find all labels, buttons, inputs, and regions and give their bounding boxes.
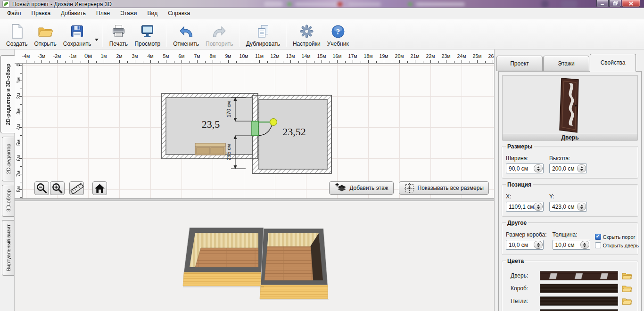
view-tab-3[interactable]: Виртуальный визит bbox=[2, 220, 14, 276]
spin-up-icon[interactable] bbox=[537, 166, 540, 168]
toolbar-button-new-document[interactable]: Создать bbox=[3, 21, 31, 48]
color-swatch-2[interactable] bbox=[540, 296, 618, 306]
spin-down-icon[interactable] bbox=[537, 246, 540, 247]
spin-down-icon[interactable] bbox=[537, 207, 540, 209]
view-tab-label: 2D-редактор bbox=[6, 144, 11, 174]
menu-item-3[interactable]: План bbox=[91, 8, 115, 19]
toolbar-button-redo[interactable]: Повторить bbox=[202, 21, 237, 48]
color-swatch-1[interactable] bbox=[540, 284, 618, 293]
door-selected[interactable] bbox=[252, 121, 258, 136]
toolbar-button-undo[interactable]: Отменить bbox=[170, 21, 202, 48]
group-position: ПозицияX:1109,1 смY:423,0 см bbox=[502, 184, 638, 217]
panel-tab-2[interactable]: Свойства bbox=[590, 54, 636, 72]
zoom-out-button[interactable] bbox=[34, 181, 49, 195]
hruler-tick-minor bbox=[376, 61, 377, 63]
hruler-label: 25м bbox=[469, 53, 486, 59]
spinner[interactable] bbox=[534, 241, 543, 249]
color-browse-button-1[interactable] bbox=[622, 285, 632, 292]
spin-down-icon[interactable] bbox=[580, 207, 583, 209]
spinner[interactable] bbox=[534, 203, 543, 211]
spin-up-icon[interactable] bbox=[580, 166, 583, 168]
group-other-title: Другое bbox=[506, 220, 528, 226]
canvas-column: -4м-3м-2м-1м0м1м2м3м4м5м6м7м8м9м10м11м12… bbox=[15, 49, 494, 311]
color-swatch-0[interactable] bbox=[540, 271, 618, 280]
hruler-tick-minor bbox=[65, 61, 66, 63]
hruler-tick bbox=[197, 60, 198, 63]
color-row-label: Петли: bbox=[506, 298, 540, 304]
toolbar-button-label: Дублировать bbox=[246, 41, 280, 47]
toolbar-button-duplicate[interactable]: Дублировать bbox=[243, 21, 283, 48]
toolbar-button-preview-monitor[interactable]: Просмотр bbox=[131, 21, 164, 48]
background-blur bbox=[338, 2, 342, 7]
toolbar-button-settings-gear[interactable]: Настройки bbox=[289, 21, 324, 48]
spinner[interactable] bbox=[577, 203, 586, 211]
spinner[interactable] bbox=[580, 241, 589, 249]
spin-up-icon[interactable] bbox=[580, 205, 583, 206]
checkbox-0[interactable]: Скрыть порог bbox=[595, 234, 639, 240]
home-button[interactable] bbox=[92, 181, 107, 195]
menu-item-4[interactable]: Этажи bbox=[115, 8, 142, 19]
hruler-tick-minor bbox=[298, 61, 299, 63]
titlebar[interactable]: Новый проект - Дизайн Интерьера 3D bbox=[0, 0, 644, 8]
menu-item-2[interactable]: Добавить bbox=[56, 8, 91, 19]
printer-icon bbox=[111, 24, 126, 40]
zoom-in-button[interactable] bbox=[50, 181, 65, 195]
view-tab-2[interactable]: 3D-обзор bbox=[2, 185, 14, 217]
other-field-1-input[interactable]: 10,0 см bbox=[553, 240, 590, 250]
spin-up-icon[interactable] bbox=[537, 205, 540, 206]
hruler-tick bbox=[399, 60, 400, 63]
spin-down-icon[interactable] bbox=[537, 169, 540, 171]
minimize-button[interactable] bbox=[596, 0, 609, 7]
sofa[interactable] bbox=[195, 143, 225, 155]
redo-icon bbox=[212, 24, 226, 40]
spin-down-icon[interactable] bbox=[580, 169, 583, 171]
other-field-0-input[interactable]: 10,0 см bbox=[506, 240, 544, 250]
toolbar-button-save[interactable]: Сохранить bbox=[60, 21, 95, 48]
menu-item-5[interactable]: Вид bbox=[142, 8, 163, 19]
view-tab-1[interactable]: 2D-редактор bbox=[2, 137, 14, 181]
restore-button[interactable] bbox=[609, 0, 621, 7]
plan-editor-2d[interactable]: 170 см 235 см bbox=[23, 64, 494, 198]
room-right-front-wall-3d bbox=[260, 285, 328, 299]
door-handle[interactable] bbox=[270, 119, 277, 126]
position-field-0-input[interactable]: 1109,1 см bbox=[506, 202, 544, 212]
spinner[interactable] bbox=[534, 164, 543, 172]
save-dropdown-arrow-icon[interactable] bbox=[95, 39, 99, 41]
spin-up-icon[interactable] bbox=[537, 243, 540, 245]
menu-item-6[interactable]: Справка bbox=[163, 8, 195, 19]
spin-up-icon[interactable] bbox=[583, 243, 586, 245]
checkbox-1-box[interactable] bbox=[595, 242, 601, 248]
sizes-field-1-input[interactable]: 200,0 см bbox=[549, 164, 587, 173]
field-value: 10,0 см bbox=[553, 242, 580, 248]
toolbar-button-help[interactable]: ?Учебник bbox=[324, 21, 352, 48]
menu-item-1[interactable]: Правка bbox=[26, 8, 56, 19]
hruler-tick-minor bbox=[470, 61, 470, 63]
measure-ruler-button[interactable] bbox=[69, 181, 84, 195]
panel-tab-1[interactable]: Этажи bbox=[543, 56, 589, 71]
spin-down-icon[interactable] bbox=[583, 246, 586, 247]
panel-tab-0[interactable]: Проект bbox=[496, 56, 543, 71]
sizes-field-0-input[interactable]: 90,0 см bbox=[506, 164, 544, 173]
checkbox-1[interactable]: Открыть дверь bbox=[595, 242, 639, 248]
floor-button-0[interactable]: Добавить этаж bbox=[329, 181, 393, 195]
color-browse-button-0[interactable] bbox=[622, 272, 632, 279]
toolbar-button-printer[interactable]: Печать bbox=[106, 21, 131, 48]
close-button[interactable] bbox=[622, 0, 640, 7]
hruler-tick bbox=[135, 60, 135, 63]
checkbox-0-box[interactable] bbox=[595, 234, 601, 240]
menu-item-0[interactable]: Файл bbox=[2, 8, 26, 19]
hruler-label: 7м bbox=[189, 53, 206, 59]
room-area-label-left: 23,5 bbox=[202, 118, 220, 130]
toolbar-button-open-folder[interactable]: Открыть bbox=[31, 21, 60, 48]
color-browse-button-2[interactable] bbox=[622, 297, 632, 305]
color-swatch-partial[interactable] bbox=[540, 309, 618, 311]
spinner[interactable] bbox=[577, 164, 586, 172]
toolbar: СоздатьОткрытьСохранитьПечатьПросмотрОтм… bbox=[0, 19, 644, 49]
floor-button-1[interactable]: Показывать все размеры bbox=[399, 181, 489, 195]
view-tab-0[interactable]: 2D-редактор и 3D-обзор bbox=[0, 55, 15, 133]
undo-icon bbox=[179, 24, 193, 40]
view-3d[interactable] bbox=[15, 201, 494, 311]
position-field-1-input[interactable]: 423,0 см bbox=[549, 202, 587, 212]
hruler-tick-minor bbox=[438, 61, 439, 63]
hruler-tick-minor bbox=[314, 61, 314, 63]
